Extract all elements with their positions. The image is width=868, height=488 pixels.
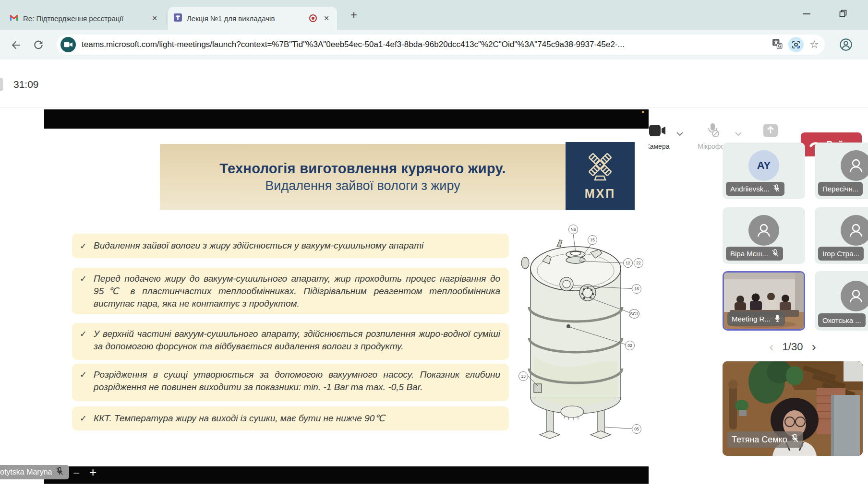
presenter-name: otytska Maryna xyxy=(0,468,52,476)
slide-bullet: ✓ Видалення зайвої вологи з жиру здійсню… xyxy=(72,234,509,258)
camera-on-icon xyxy=(649,123,666,138)
slide-bullet: ✓ Перед подачею жиру до вакуум-сушильног… xyxy=(72,268,509,314)
slide-subtitle: Видалення зайвої вологи з жиру xyxy=(265,179,460,193)
presenter-name-pill: otytska Maryna xyxy=(0,465,69,479)
spotlight-video-tile[interactable]: Тетяна Семко xyxy=(723,361,863,456)
mic-muted-icon xyxy=(706,123,720,138)
teams-icon xyxy=(174,13,182,24)
address-bar[interactable]: teams.microsoft.com/light-meetings/launc… xyxy=(57,35,825,55)
avatar xyxy=(748,215,779,246)
participant-tile[interactable]: Віра Мєш... xyxy=(723,207,805,264)
participant-tile[interactable]: Пересічн... xyxy=(815,143,868,199)
tab-divider xyxy=(167,12,167,24)
new-tab-button[interactable]: + xyxy=(347,8,361,22)
browser-profile-icon[interactable] xyxy=(839,38,853,53)
mic-muted-icon xyxy=(772,249,779,259)
participant-name: Пересічн... xyxy=(822,185,858,193)
callout-label: 13 xyxy=(518,371,528,381)
meeting-timer: 31:09 xyxy=(13,79,39,90)
participant-tile-active-speaker[interactable]: Meeting R... xyxy=(723,271,805,331)
avatar: AY xyxy=(748,150,779,181)
callout-label: 02 xyxy=(625,341,635,350)
callout-label: 12 xyxy=(623,258,633,268)
zoom-in-button[interactable]: + xyxy=(89,466,96,478)
mic-muted-icon xyxy=(56,467,63,477)
close-tab-icon[interactable]: ✕ xyxy=(150,13,159,23)
slide-title-banner: Технологія виготовлення курячого жиру. В… xyxy=(160,144,566,210)
avatar xyxy=(841,215,868,246)
window-minimize-button[interactable] xyxy=(803,13,810,14)
tab-gmail[interactable]: Re: Підтвердження реєстрації ✕ xyxy=(4,7,165,30)
callout-label: 16 xyxy=(632,284,641,294)
callout-label: N6 xyxy=(568,225,578,234)
participant-name: Тетяна Семко xyxy=(732,435,787,445)
bookmark-star-icon[interactable]: ☆ xyxy=(809,39,819,50)
slide-letterbox-bottom xyxy=(44,466,649,484)
participant-name: Ігор Стра... xyxy=(822,250,859,258)
app-window: Re: Підтвердження реєстрації ✕ Лекція №1… xyxy=(0,0,868,488)
check-icon: ✓ xyxy=(80,240,87,252)
recording-indicator-icon xyxy=(309,14,317,22)
meeting-toolbar: 31:09 Почати xyxy=(0,60,868,107)
participant-name: Meeting R... xyxy=(732,315,771,323)
callout-label: 15 xyxy=(588,235,597,245)
reload-icon[interactable] xyxy=(32,38,45,52)
browser-tab-bar: Re: Підтвердження реєстрації ✕ Лекція №1… xyxy=(0,0,868,30)
avatar xyxy=(841,150,868,181)
callout-label: 05 xyxy=(632,424,641,434)
mic-muted-icon xyxy=(791,434,799,445)
check-icon: ✓ xyxy=(80,369,87,381)
mic-options-chevron-icon[interactable] xyxy=(735,130,742,138)
gmail-icon xyxy=(10,14,18,23)
slide-bullet: ✓ У верхній частині вакуум-сушильного ап… xyxy=(72,323,509,360)
tab-title: Лекція №1 для викладачів xyxy=(187,14,304,23)
pager-position: 1/30 xyxy=(783,341,803,353)
lens-search-icon[interactable] xyxy=(788,37,804,52)
slide-title: Технологія виготовлення курячого жиру. xyxy=(219,161,506,177)
check-icon: ✓ xyxy=(80,328,87,340)
pager-prev-icon[interactable]: ‹ xyxy=(769,340,773,354)
avatar xyxy=(841,281,868,311)
windmill-icon xyxy=(584,152,616,185)
close-tab-icon[interactable]: ✕ xyxy=(322,13,331,23)
camera-in-use-icon[interactable] xyxy=(60,37,76,52)
participant-tile[interactable]: AY Andriievsk... xyxy=(723,143,805,199)
mic-on-icon xyxy=(774,314,781,324)
check-icon: ✓ xyxy=(80,273,87,285)
share-screen-icon xyxy=(762,123,779,138)
participant-tile[interactable]: Охотська ... xyxy=(815,271,868,331)
vacuum-dryer-diagram: N6 15 12 22 16 SG1 02 13 05 xyxy=(515,217,647,445)
slide-letterbox-top xyxy=(44,109,649,129)
participant-name: Andriievsk... xyxy=(730,185,770,193)
callout-label: SG1 xyxy=(629,309,639,319)
camera-options-chevron-icon[interactable] xyxy=(676,130,684,138)
pager-next-icon[interactable]: › xyxy=(811,340,816,354)
slide-bullet: ✓ Розрідження в сушці утворюється за доп… xyxy=(72,364,509,401)
participants-pager: ‹ 1/30 › xyxy=(723,337,863,357)
browser-address-row: teams.microsoft.com/light-meetings/launc… xyxy=(0,30,868,60)
zoom-out-button[interactable]: − xyxy=(73,467,80,479)
back-icon[interactable] xyxy=(9,38,22,52)
participant-name: Віра Мєш... xyxy=(730,250,768,258)
clipped-indicator xyxy=(0,78,3,91)
logo-text: МХП xyxy=(585,187,615,201)
slide-bullet: ✓ ККТ. Температура жиру на виході із суш… xyxy=(72,406,509,430)
mhp-logo: МХП xyxy=(566,142,635,210)
pointer-dot xyxy=(642,111,644,113)
translate-icon[interactable] xyxy=(772,38,783,51)
window-restore-button[interactable] xyxy=(839,10,847,19)
participant-tile[interactable]: Ігор Стра... xyxy=(815,207,868,264)
mic-muted-icon xyxy=(773,184,780,194)
tab-teams-meeting[interactable]: Лекція №1 для викладачів ✕ xyxy=(168,7,337,30)
check-icon: ✓ xyxy=(80,412,87,425)
url-text[interactable]: teams.microsoft.com/light-meetings/launc… xyxy=(82,40,766,49)
participant-name: Охотська ... xyxy=(822,316,861,324)
callout-label: 22 xyxy=(634,258,643,268)
tab-title: Re: Підтвердження реєстрації xyxy=(23,14,145,23)
